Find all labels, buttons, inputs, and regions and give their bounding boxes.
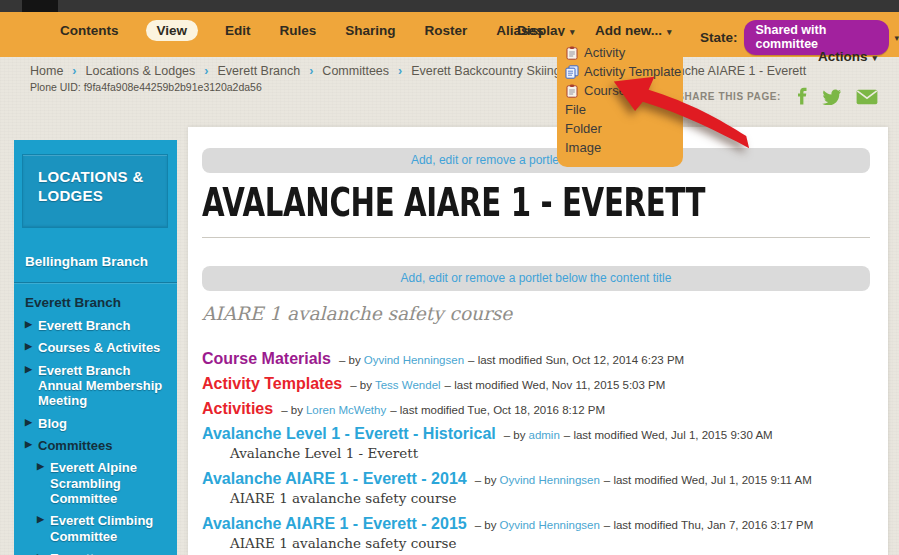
sidebar-item-courses-activites[interactable]: ▶Courses & Activites bbox=[14, 340, 177, 362]
item-title-link[interactable]: Avalanche AIARE 1 - Everett - 2014 bbox=[202, 470, 467, 487]
share-label: SHARE THIS PAGE: bbox=[677, 91, 781, 102]
sidebar-item-everett-climbing-committee[interactable]: ▶Everett Climbing Committee bbox=[14, 513, 177, 551]
toolbar-tab-edit[interactable]: Edit bbox=[223, 20, 253, 41]
breadcrumb-item[interactable]: Everett Branch bbox=[218, 64, 301, 78]
sidebar-item-everett-branch[interactable]: ▶Everett Branch bbox=[14, 318, 177, 340]
sidebar-portlet-header[interactable]: LOCATIONS & LODGES bbox=[22, 154, 168, 228]
page: ContentsViewEditRulesSharingRosterAliase… bbox=[0, 0, 899, 555]
chevron-right-icon: ▶ bbox=[37, 461, 44, 472]
item-byline: – byOyvind Henningsen– last modified Sun… bbox=[335, 354, 684, 366]
sidebar: LOCATIONS & LODGES Bellingham Branch Eve… bbox=[14, 140, 177, 555]
caret-down-icon bbox=[894, 33, 899, 43]
add-new-dropdown: ActivityActivity TemplateCourseFileFolde… bbox=[557, 36, 683, 167]
sidebar-section-header: Everett Branch bbox=[25, 295, 177, 310]
facebook-icon[interactable] bbox=[795, 87, 808, 106]
menu-item-label: Course bbox=[584, 83, 626, 98]
byline-prefix: – by bbox=[350, 379, 372, 391]
item-title-link[interactable]: Avalanche AIARE 1 - Everett - 2015 bbox=[202, 515, 467, 532]
email-icon[interactable] bbox=[856, 89, 878, 105]
author-link[interactable]: Loren McWethy bbox=[306, 404, 386, 416]
menu-item-course[interactable]: Course bbox=[557, 81, 683, 100]
content-list-item: Avalanche AIARE 1 - Everett - 2014– byOy… bbox=[202, 470, 888, 506]
actions-menu-button[interactable]: Actions bbox=[818, 49, 877, 64]
menu-item-label: File bbox=[565, 102, 586, 117]
last-modified-text: – last modified Thu, Jan 7, 2016 3:17 PM bbox=[604, 519, 813, 531]
plone-uid-text: Plone UID: f9fa4fa908e44259b2b91e3120a2d… bbox=[30, 81, 262, 93]
chevron-right-icon: ▶ bbox=[25, 319, 32, 330]
menu-item-file[interactable]: File bbox=[557, 100, 683, 119]
author-link[interactable]: Oyvind Henningsen bbox=[499, 474, 599, 486]
breadcrumb-item[interactable]: Home bbox=[30, 64, 63, 78]
author-link[interactable]: Oyvind Henningsen bbox=[364, 354, 464, 366]
sidebar-item-label: Blog bbox=[38, 416, 67, 431]
sidebar-item-label: Courses & Activites bbox=[38, 340, 160, 355]
main-content: Add, edit or remove a portlet above the … bbox=[188, 127, 888, 555]
sidebar-item-label: Committees bbox=[38, 438, 112, 453]
chevron-right-icon: ▶ bbox=[25, 364, 32, 375]
sidebar-item-label: Everett Branch Annual Membership Meeting bbox=[38, 363, 162, 409]
item-description: Avalanche Level 1 - Everett bbox=[230, 445, 888, 461]
portlet-bar-below-title[interactable]: Add, edit or remove a portlet below the … bbox=[202, 266, 870, 291]
page-title: AVALANCHE AIARE 1 - EVERETT bbox=[202, 181, 888, 225]
sidebar-item-everett-branch-annual-membership-meeting[interactable]: ▶Everett Branch Annual Membership Meetin… bbox=[14, 363, 177, 416]
item-title-link[interactable]: Activity Templates bbox=[202, 375, 342, 392]
sidebar-nav: ▶Everett Branch▶Courses & Activites▶Ever… bbox=[14, 318, 177, 555]
course-icon bbox=[565, 84, 579, 98]
plone-toolbar: ContentsViewEditRulesSharingRosterAliase… bbox=[0, 12, 899, 57]
item-byline: – byTess Wendel– last modified Wed, Nov … bbox=[346, 379, 665, 391]
sidebar-item-everett-alpine-scrambling-committee[interactable]: ▶Everett Alpine Scrambling Committee bbox=[14, 460, 177, 513]
menu-item-label: Image bbox=[565, 140, 601, 155]
title-divider bbox=[202, 237, 870, 238]
sidebar-item-label: Everett Alpine Scrambling Committee bbox=[50, 460, 137, 506]
item-byline: – byOyvind Henningsen– last modified Wed… bbox=[471, 474, 812, 486]
toolbar-tab-view[interactable]: View bbox=[146, 20, 199, 41]
breadcrumb-item[interactable]: Committees bbox=[322, 64, 389, 78]
chevron-right-icon: ▶ bbox=[25, 417, 32, 428]
item-byline: – byadmin– last modified Wed, Jul 1, 201… bbox=[500, 429, 773, 441]
breadcrumb-item[interactable]: Locations & Lodges bbox=[86, 64, 196, 78]
sidebar-item-blog[interactable]: ▶Blog bbox=[14, 416, 177, 438]
toolbar-tab-contents[interactable]: Contents bbox=[58, 20, 121, 41]
top-admin-tab bbox=[22, 0, 58, 12]
menu-item-label: Activity bbox=[584, 45, 625, 60]
menu-item-activity[interactable]: Activity bbox=[557, 43, 683, 62]
sidebar-item-label: Everett Climbing Committee bbox=[50, 513, 153, 543]
sidebar-item-everett-communities[interactable]: ▶Everett Communities bbox=[14, 551, 177, 555]
item-title-link[interactable]: Avalanche Level 1 - Everett - Historical bbox=[202, 425, 496, 442]
item-description: AIARE 1 avalanche safety course bbox=[230, 535, 888, 551]
sidebar-item-label: Everett Branch bbox=[38, 318, 130, 333]
chevron-right-icon: ▶ bbox=[37, 514, 44, 525]
caret-down-icon bbox=[872, 53, 877, 63]
item-byline: – byOyvind Henningsen– last modified Thu… bbox=[471, 519, 814, 531]
share-bar: SHARE THIS PAGE: bbox=[677, 87, 878, 106]
sidebar-item-committees[interactable]: ▶Committees bbox=[14, 438, 177, 460]
sidebar-item-bellingham-branch[interactable]: Bellingham Branch bbox=[25, 254, 177, 269]
item-title-link[interactable]: Activities bbox=[202, 400, 273, 417]
last-modified-text: – last modified Wed, Jul 1, 2015 9:30 AM bbox=[564, 429, 773, 441]
author-link[interactable]: admin bbox=[529, 429, 560, 441]
author-link[interactable]: Oyvind Henningsen bbox=[499, 519, 599, 531]
folder-listing: Course Materials– byOyvind Henningsen– l… bbox=[202, 350, 888, 551]
toolbar-tab-roster[interactable]: Roster bbox=[423, 20, 470, 41]
last-modified-text: – last modified Wed, Jul 1, 2015 9:11 AM bbox=[604, 474, 812, 486]
toolbar-tab-rules[interactable]: Rules bbox=[278, 20, 319, 41]
portlet-bar-above-content[interactable]: Add, edit or remove a portlet above the … bbox=[202, 148, 870, 173]
item-title-link[interactable]: Course Materials bbox=[202, 350, 331, 367]
chevron-right-icon: ▶ bbox=[25, 341, 32, 352]
last-modified-text: – last modified Sun, Oct 12, 2014 6:23 P… bbox=[468, 354, 684, 366]
menu-item-image[interactable]: Image bbox=[557, 138, 683, 157]
content-list-item: Activity Templates– byTess Wendel– last … bbox=[202, 375, 888, 393]
menu-item-folder[interactable]: Folder bbox=[557, 119, 683, 138]
activity-template-icon bbox=[565, 65, 579, 79]
content-list-item: Course Materials– byOyvind Henningsen– l… bbox=[202, 350, 888, 368]
menu-item-label: Folder bbox=[565, 121, 602, 136]
last-modified-text: – last modified Wed, Nov 11, 2015 5:03 P… bbox=[445, 379, 666, 391]
menu-item-activity-template[interactable]: Activity Template bbox=[557, 62, 683, 81]
toolbar-tab-sharing[interactable]: Sharing bbox=[343, 20, 397, 41]
byline-prefix: – by bbox=[339, 354, 361, 366]
author-link[interactable]: Tess Wendel bbox=[375, 379, 441, 391]
breadcrumb: Home›Locations & Lodges›Everett Branch›C… bbox=[30, 64, 806, 78]
byline-prefix: – by bbox=[475, 474, 497, 486]
toolbar-tabs: ContentsViewEditRulesSharingRosterAliase… bbox=[58, 20, 546, 41]
twitter-icon[interactable] bbox=[822, 88, 842, 105]
